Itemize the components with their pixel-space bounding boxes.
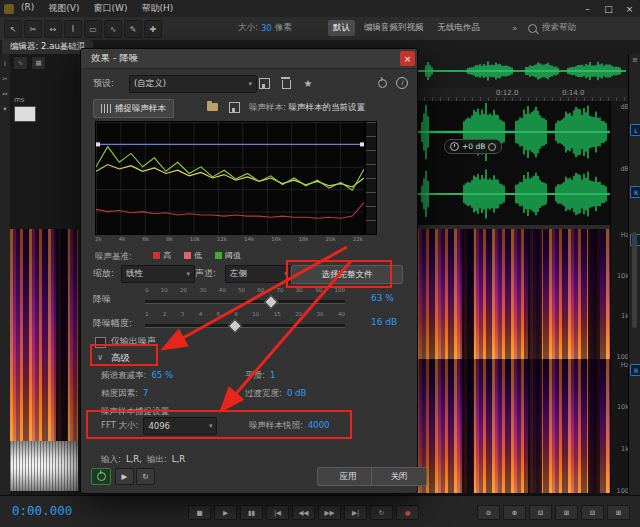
zoom-in-vertical-button[interactable]: ⊞	[607, 505, 630, 520]
param-value[interactable]: 7	[143, 385, 148, 402]
delete-preset-icon[interactable]	[277, 75, 295, 91]
marquee-selection-tool-icon[interactable]: ▭	[84, 20, 102, 38]
dialog-title-bar[interactable]: 效果 - 降噪 ×	[81, 49, 417, 69]
record-button[interactable]: ●	[396, 505, 419, 520]
forward-button[interactable]: ▶▶	[318, 505, 341, 520]
reduce-by-slider[interactable]	[145, 324, 345, 328]
zoom-out-button[interactable]: ⊖	[477, 505, 500, 520]
maximize-button[interactable]: □	[598, 1, 619, 17]
channel-badge-right[interactable]: R	[630, 364, 640, 376]
loop-button[interactable]: ↻	[370, 505, 393, 520]
menu-item[interactable]: 帮助(H)	[141, 2, 173, 15]
skip-back-button[interactable]: |◀	[266, 505, 289, 520]
window-close-button[interactable]: ×	[619, 1, 640, 17]
param-value[interactable]: 0 dB	[287, 385, 306, 402]
select-entire-file-button[interactable]: 选择完整文件	[291, 265, 403, 284]
fft-size-select[interactable]: 4096 ▾	[143, 417, 217, 435]
zoom-in-button[interactable]: ⊕	[503, 505, 526, 520]
snapshot-label: 噪声样本快照:	[249, 417, 303, 434]
capture-noise-print-button[interactable]: 捕捉噪声样本	[93, 99, 174, 118]
brush-selection-tool-icon[interactable]: ✎	[124, 20, 142, 38]
waveform-view-icon[interactable]: ∿	[13, 56, 28, 70]
slip-tool-icon[interactable]: ↔	[44, 20, 62, 38]
waveform-lane-left[interactable]	[416, 101, 610, 164]
spectrogram-lane-right[interactable]	[416, 359, 610, 493]
zoom-in-horizontal-button[interactable]: ⊞	[555, 505, 578, 520]
info-icon[interactable]	[393, 75, 411, 91]
curve-handle[interactable]	[360, 142, 364, 146]
effect-power-icon[interactable]	[373, 75, 391, 91]
spectral-view-icon[interactable]: ▦	[31, 56, 46, 70]
save-noise-print-icon[interactable]	[225, 99, 243, 115]
workspace-button[interactable]: 默认	[328, 20, 355, 36]
panel-menu-icon[interactable]: ≡	[632, 56, 638, 64]
zoom-out-vertical-button[interactable]: ⊟	[581, 505, 604, 520]
channel-select[interactable]: 左侧 ▾	[225, 265, 293, 283]
menu-item[interactable]: 窗口(W)	[93, 2, 127, 15]
reduce-by-value[interactable]: 16 dB	[371, 317, 397, 327]
slip-tool-icon[interactable]: ↔	[2, 90, 7, 98]
output-noise-only-checkbox[interactable]	[95, 337, 106, 348]
load-noise-print-icon[interactable]	[203, 99, 221, 115]
time-display[interactable]: 0:00.000	[12, 503, 72, 518]
dialog-close-button[interactable]: ×	[400, 51, 415, 66]
file-thumbnail[interactable]	[14, 106, 36, 122]
channel-badge-right[interactable]: R	[630, 186, 640, 198]
advanced-section-header[interactable]: 高级	[111, 349, 130, 366]
razor-tool-icon[interactable]: ✂	[2, 75, 7, 83]
workspace-button[interactable]: 编辑音频到视频	[359, 20, 429, 36]
noise-reduction-value[interactable]: 63 %	[371, 293, 394, 303]
pause-button[interactable]: ▮▮	[240, 505, 263, 520]
preview-power-toggle[interactable]	[91, 468, 111, 485]
chevron-collapse-icon[interactable]: ∨	[97, 349, 103, 366]
zoom-select[interactable]: 线性 ▾	[121, 265, 195, 283]
preview-play-button[interactable]: ▶	[115, 468, 134, 485]
curve-handle[interactable]	[96, 142, 100, 146]
stop-button[interactable]: ■	[188, 505, 211, 520]
zoom-out-horizontal-button[interactable]: ⊟	[529, 505, 552, 520]
param-value[interactable]: 65 %	[151, 367, 173, 384]
vertical-scrollbar[interactable]	[632, 232, 637, 328]
workspace-button[interactable]: 无线电作品	[433, 20, 486, 36]
lasso-selection-tool-icon[interactable]: ∿	[104, 20, 122, 38]
left-waveform-slice[interactable]	[10, 441, 78, 491]
noise-reduction-handle[interactable]	[264, 294, 278, 308]
size-value[interactable]: 30	[261, 23, 272, 33]
rewind-button[interactable]: ◀◀	[292, 505, 315, 520]
left-spectrogram-slice[interactable]	[10, 229, 78, 441]
search-label: 搜索帮助	[542, 22, 576, 34]
play-button[interactable]: ▶	[214, 505, 237, 520]
workspace-overflow-chevron[interactable]: »	[512, 23, 518, 33]
timeline-ruler[interactable]: 0:12.0 0:14.0	[416, 88, 628, 102]
gain-hud[interactable]: +0 dB	[444, 139, 502, 154]
menu-item[interactable]: 视图(V)	[48, 2, 79, 15]
overview-strip[interactable]	[416, 54, 628, 89]
preset-label: 预设:	[93, 75, 114, 92]
spot-healing-brush-tool-icon[interactable]: ✚	[144, 20, 162, 38]
snapshot-row: 噪声样本快照: 4000	[249, 417, 330, 434]
spectrogram-lane-left[interactable]	[416, 229, 610, 359]
minimize-button[interactable]: –	[577, 1, 598, 17]
menu-item[interactable]: (R)	[21, 2, 34, 15]
i-beam-tool-icon[interactable]: I	[4, 60, 6, 68]
smoothing-param: 平滑: 1	[245, 367, 275, 384]
time-selection-tool-icon[interactable]: I	[64, 20, 82, 38]
move-tool-icon[interactable]: ↖	[4, 20, 22, 38]
save-preset-icon[interactable]	[255, 75, 273, 91]
waveform-lane-right[interactable]	[416, 163, 610, 226]
channel-badge-left[interactable]: L	[630, 124, 640, 136]
apply-button[interactable]: 应用	[317, 467, 379, 486]
marker-tool-icon[interactable]: ▾	[3, 105, 6, 113]
preset-select[interactable]: (自定义) ▾	[129, 75, 257, 93]
help-search[interactable]: 搜索帮助	[528, 22, 576, 34]
param-value[interactable]: 1	[270, 367, 275, 384]
razor-tool-icon[interactable]: ✂	[24, 20, 42, 38]
preview-loop-button[interactable]: ↻	[136, 468, 155, 485]
nr-graph[interactable]	[95, 121, 365, 235]
snapshot-value[interactable]: 4000	[308, 417, 330, 434]
dialog-close-footer-button[interactable]: 关闭	[371, 467, 427, 486]
favorite-star-icon[interactable]: ★	[299, 75, 317, 91]
skip-forward-button[interactable]: ▶|	[344, 505, 367, 520]
reduce-by-handle[interactable]	[228, 318, 242, 332]
noise-reduction-slider[interactable]	[145, 300, 345, 304]
